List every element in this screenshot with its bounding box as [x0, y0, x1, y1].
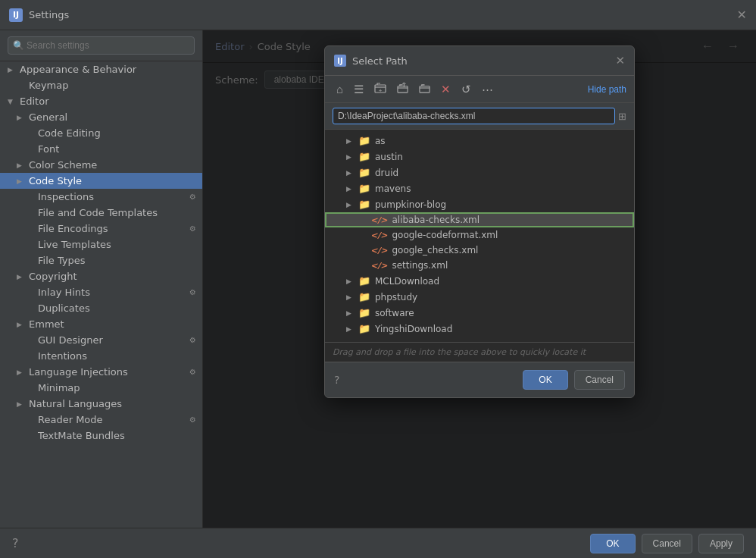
sidebar-item-duplicates[interactable]: Duplicates	[0, 300, 202, 316]
folder-icon: 📁	[358, 323, 370, 334]
refresh-button[interactable]: ↺	[458, 81, 475, 98]
dialog-cancel-button[interactable]: Cancel	[574, 370, 625, 390]
svg-rect-2	[398, 86, 408, 92]
folder-icon: 📁	[358, 291, 370, 303]
sidebar-item-code-editing[interactable]: Code Editing	[0, 125, 202, 141]
sidebar-item-copyright[interactable]: ▶ Copyright	[0, 268, 202, 284]
search-box: 🔍	[0, 30, 202, 61]
svg-rect-3	[420, 86, 430, 92]
sidebar-item-natural-languages[interactable]: ▶ Natural Languages	[0, 396, 202, 412]
dialog-tree: ▶ 📁 as ▶ 📁 austin ▶ 📁	[325, 130, 634, 342]
folder-icon: 📁	[358, 167, 370, 178]
sidebar-item-inspections[interactable]: Inspections ⚙	[0, 189, 202, 205]
svg-text:+: +	[379, 87, 383, 94]
inspections-badge: ⚙	[189, 193, 196, 201]
sidebar-item-textmate-bundles[interactable]: TextMate Bundles	[0, 428, 202, 444]
sidebar-tree: ▶ Appearance & Behavior Keymap ▼ Editor …	[0, 61, 202, 444]
sidebar-item-minimap[interactable]: Minimap	[0, 380, 202, 396]
sidebar-item-emmet[interactable]: ▶ Emmet	[0, 316, 202, 332]
sidebar-item-file-code-templates[interactable]: File and Code Templates	[0, 205, 202, 221]
tree-item-yingshi[interactable]: ▶ 📁 YingshiDownload	[325, 321, 634, 337]
sidebar: 🔍 ▶ Appearance & Behavior Keymap ▼	[0, 30, 203, 528]
sidebar-item-keymap[interactable]: Keymap	[0, 77, 202, 93]
path-expand-button[interactable]: ⊞	[618, 111, 626, 122]
chevron-right-icon: ▶	[346, 293, 354, 301]
new-folder-button[interactable]: +	[370, 80, 390, 98]
window-close-button[interactable]: ✕	[737, 8, 747, 22]
dialog-ok-button[interactable]: OK	[523, 370, 567, 390]
tree-item-alibaba-checks[interactable]: </> alibaba-checks.xml	[325, 212, 634, 227]
tree-item-google-checks[interactable]: </> google_checks.xml	[325, 243, 634, 258]
sidebar-item-inlay-hints[interactable]: Inlay Hints ⚙	[0, 284, 202, 300]
tree-item-settings-xml[interactable]: </> settings.xml	[325, 258, 634, 273]
dialog-hint: Drag and drop a file into the space abov…	[325, 342, 634, 362]
tree-item-mcldownload[interactable]: ▶ 📁 MCLDownload	[325, 273, 634, 289]
tree-item-mavens[interactable]: ▶ 📁 mavens	[325, 180, 634, 196]
sidebar-item-file-types[interactable]: File Types	[0, 252, 202, 268]
folder-icon: 📁	[358, 151, 370, 162]
xml-file-icon: </>	[370, 215, 387, 225]
sidebar-item-intentions[interactable]: Intentions	[0, 348, 202, 364]
tree-item-pumpkinor-blog[interactable]: ▶ 📁 pumpkinor-blog	[325, 196, 634, 212]
sidebar-item-language-injections[interactable]: ▶ Language Injections ⚙	[0, 364, 202, 380]
chevron-right-icon: ▶	[17, 161, 26, 169]
chevron-right-icon: ▶	[346, 185, 354, 193]
chevron-right-icon: ▶	[346, 325, 354, 333]
chevron-down-icon: ▼	[8, 98, 17, 105]
home-button[interactable]: ⌂	[333, 81, 347, 97]
search-input[interactable]	[8, 36, 195, 55]
sidebar-item-editor[interactable]: ▼ Editor	[0, 93, 202, 109]
sidebar-item-general[interactable]: ▶ General	[0, 109, 202, 125]
dialog-overlay: IJ Select Path ✕ ⌂ ☰	[203, 30, 756, 528]
help-icon[interactable]: ?	[334, 374, 339, 386]
sidebar-item-gui-designer[interactable]: GUI Designer ⚙	[0, 332, 202, 348]
title-bar: IJ Settings ✕	[0, 0, 756, 30]
xml-file-icon: </>	[370, 261, 387, 271]
chevron-right-icon: ▶	[346, 169, 354, 177]
path-input[interactable]	[333, 108, 615, 124]
main-content: 🔍 ▶ Appearance & Behavior Keymap ▼	[0, 30, 756, 528]
folder-up-button[interactable]	[393, 81, 412, 98]
list-view-button[interactable]: ☰	[350, 81, 367, 98]
sidebar-item-color-scheme[interactable]: ▶ Color Scheme	[0, 157, 202, 173]
sidebar-item-code-style[interactable]: ▶ Code Style	[0, 173, 202, 189]
app-icon: IJ	[9, 8, 23, 22]
cancel-button[interactable]: Cancel	[642, 534, 692, 553]
inlay-hints-badge: ⚙	[189, 288, 196, 296]
delete-button[interactable]: ✕	[437, 81, 455, 98]
chevron-right-icon: ▶	[346, 277, 354, 285]
sidebar-item-font[interactable]: Font	[0, 141, 202, 157]
chevron-right-icon: ▶	[346, 137, 354, 145]
apply-button[interactable]: Apply	[698, 534, 744, 553]
sidebar-item-reader-mode[interactable]: Reader Mode ⚙	[0, 412, 202, 428]
tree-item-phpstudy[interactable]: ▶ 📁 phpstudy	[325, 289, 634, 305]
tree-item-austin[interactable]: ▶ 📁 austin	[325, 149, 634, 165]
settings-window: IJ Settings ✕ 🔍 ▶ Appearance & Behavior	[0, 0, 756, 558]
right-content: Editor › Code Style ← → Scheme: alobaba …	[203, 30, 756, 528]
chevron-right-icon: ▶	[346, 153, 354, 161]
folder-icon: 📁	[358, 183, 370, 194]
more-options-button[interactable]: ⋯	[478, 81, 497, 98]
hide-path-button[interactable]: Hide path	[588, 84, 626, 95]
sidebar-item-file-encodings[interactable]: File Encodings ⚙	[0, 221, 202, 237]
xml-file-icon: </>	[370, 246, 387, 255]
window-title: Settings	[29, 9, 731, 20]
help-button[interactable]: ?	[12, 536, 19, 550]
chevron-right-icon: ▶	[346, 309, 354, 317]
tree-item-software[interactable]: ▶ 📁 software	[325, 305, 634, 321]
sidebar-item-live-templates[interactable]: Live Templates	[0, 237, 202, 252]
ok-button[interactable]: OK	[590, 534, 635, 553]
dialog-title: Select Path	[352, 55, 609, 67]
chevron-right-icon: ▶	[17, 177, 26, 185]
file-encodings-badge: ⚙	[189, 224, 196, 233]
dialog-path-bar: ⊞	[325, 103, 634, 130]
folder-icon: 📁	[358, 307, 370, 318]
chevron-right-icon: ▶	[17, 400, 26, 408]
sidebar-item-appearance[interactable]: ▶ Appearance & Behavior	[0, 61, 202, 77]
tree-item-as[interactable]: ▶ 📁 as	[325, 133, 634, 149]
chevron-right-icon: ▶	[17, 368, 26, 376]
tree-item-google-codeformat[interactable]: </> google-codeformat.xml	[325, 227, 634, 243]
tree-item-druid[interactable]: ▶ 📁 druid	[325, 165, 634, 180]
dialog-close-button[interactable]: ✕	[615, 54, 625, 67]
folder-down-button[interactable]	[415, 81, 434, 98]
